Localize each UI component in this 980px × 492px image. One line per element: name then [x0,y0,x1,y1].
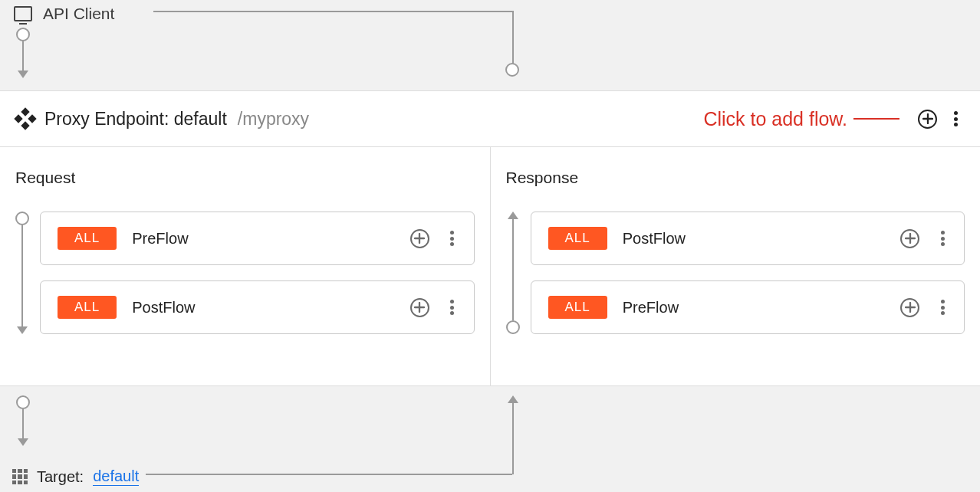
flow-name: PostFlow [623,230,686,248]
down-arrow-icon [16,395,30,446]
target-row: Target: default [12,467,139,486]
connector-line [153,11,512,12]
target-label: Target: [37,468,84,486]
add-step-button[interactable] [900,298,919,317]
top-connector-area: API Client [0,0,980,90]
add-flow-button[interactable] [918,110,937,129]
add-flow-annotation-text: Click to add flow. [703,108,847,130]
flow-name: PreFlow [623,299,679,317]
connector-line [512,402,514,474]
down-arrow-icon [16,28,30,78]
api-client-label: API Client [43,5,114,23]
annotation-line-icon [853,118,899,120]
request-direction-arrow-icon [15,212,29,334]
endpoint-menu-button[interactable] [948,110,963,128]
flow-badge: ALL [548,296,607,319]
flow-menu-button[interactable] [935,229,950,248]
response-title: Response [506,169,965,187]
request-panel: Request ALL PreFlow ALL [0,147,490,385]
flow-name: PostFlow [132,299,195,317]
target-grid-icon [12,469,28,484]
bottom-connector-area: Target: default [0,386,980,492]
proxy-endpoint-icon [17,110,34,127]
target-link[interactable]: default [93,467,139,486]
request-title: Request [15,169,475,187]
response-direction-arrow-icon [506,212,520,334]
flow-card[interactable]: ALL PreFlow [40,212,475,265]
flow-name: PreFlow [132,230,188,248]
response-panel: Response ALL PostFlow ALL [490,147,981,385]
proxy-endpoint-header: Proxy Endpoint: default /myproxy Click t… [0,90,980,147]
flow-panels: Request ALL PreFlow ALL [0,147,980,386]
monitor-icon [14,6,32,21]
add-step-button[interactable] [410,298,429,317]
add-step-button[interactable] [900,229,919,248]
connector-node-icon [505,63,519,77]
flow-card[interactable]: ALL PostFlow [531,212,965,265]
add-flow-annotation: Click to add flow. [703,108,899,130]
endpoint-path: /myproxy [238,109,309,130]
flow-badge: ALL [548,227,607,250]
flow-badge: ALL [58,227,117,250]
flow-menu-button[interactable] [445,229,460,248]
flow-card[interactable]: ALL PreFlow [531,280,965,334]
flow-menu-button[interactable] [935,298,950,317]
endpoint-title: Proxy Endpoint: default [44,109,227,130]
connector-line [512,11,514,69]
flow-badge: ALL [58,296,117,319]
flow-card[interactable]: ALL PostFlow [40,280,475,334]
connector-line [146,474,512,475]
flow-menu-button[interactable] [445,298,460,317]
add-step-button[interactable] [410,229,429,248]
